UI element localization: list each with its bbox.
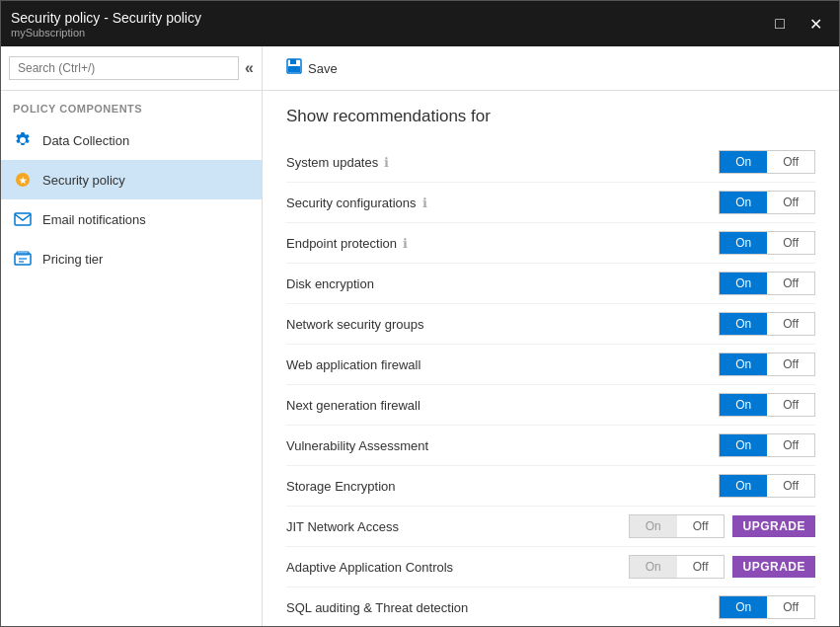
- rec-label-sql-auditing-threat-detection: SQL auditing & Threat detection: [286, 600, 719, 615]
- sidebar-item-security-policy[interactable]: ★ Security policy: [1, 160, 262, 199]
- toggle-on-sql-auditing-threat-detection[interactable]: On: [720, 596, 767, 618]
- gear-icon: [13, 130, 33, 150]
- toggle-group-web-application-firewall: OnOff: [719, 353, 815, 376]
- toggle-group-vulnerability-assessment: OnOff: [719, 433, 815, 457]
- content-area: Show recommendations for System updatesℹ…: [263, 91, 839, 626]
- upgrade-button-jit-network-access[interactable]: UPGRADE: [732, 515, 815, 537]
- recommendation-row-disk-encryption: Disk encryptionOnOff: [286, 264, 815, 304]
- toggle-off-vulnerability-assessment[interactable]: Off: [767, 434, 814, 456]
- toggle-off-jit-network-access[interactable]: Off: [677, 515, 725, 537]
- rec-label-adaptive-application-controls: Adaptive Application Controls: [286, 560, 629, 575]
- section-title: Show recommendations for: [286, 107, 815, 126]
- recommendation-row-storage-encryption: Storage EncryptionOnOff: [286, 466, 815, 507]
- pricing-icon: [13, 249, 33, 269]
- toggle-group-next-generation-firewall: OnOff: [719, 393, 815, 417]
- toggle-off-storage-encryption[interactable]: Off: [767, 475, 814, 497]
- toggle-on-disk-encryption[interactable]: On: [720, 273, 767, 294]
- svg-text:★: ★: [19, 176, 28, 186]
- recommendation-row-endpoint-protection: Endpoint protectionℹOnOff: [286, 223, 815, 264]
- rec-label-endpoint-protection: Endpoint protectionℹ: [286, 236, 719, 251]
- sidebar-item-label-security-policy: Security policy: [42, 173, 125, 188]
- title-bar-controls: □ ✕: [766, 10, 829, 38]
- rec-label-network-security-groups: Network security groups: [286, 317, 719, 332]
- title-bar: Security policy - Security policy mySubs…: [1, 1, 839, 46]
- recommendation-row-web-application-firewall: Web application firewallOnOff: [286, 345, 815, 385]
- toggle-off-security-configurations[interactable]: Off: [767, 192, 814, 213]
- sidebar: « POLICY COMPONENTS Data Collection ★: [1, 46, 263, 626]
- title-bar-left: Security policy - Security policy mySubs…: [11, 10, 201, 39]
- toggle-on-system-updates[interactable]: On: [720, 151, 767, 173]
- sidebar-item-label-data-collection: Data Collection: [42, 133, 129, 148]
- recommendation-row-vulnerability-assessment: Vulnerability AssessmentOnOff: [286, 426, 815, 466]
- close-button[interactable]: ✕: [802, 10, 829, 38]
- toggle-group-adaptive-application-controls: OnOff: [629, 555, 725, 579]
- save-button[interactable]: Save: [278, 54, 345, 82]
- recommendations-list: System updatesℹOnOffSecurity configurati…: [286, 142, 815, 626]
- toggle-off-web-application-firewall[interactable]: Off: [767, 353, 814, 375]
- info-icon-endpoint-protection[interactable]: ℹ: [403, 236, 408, 251]
- svg-rect-8: [290, 59, 296, 64]
- recommendation-row-security-configurations: Security configurationsℹOnOff: [286, 183, 815, 223]
- search-input[interactable]: [9, 56, 239, 80]
- toggle-off-system-updates[interactable]: Off: [767, 151, 814, 173]
- rec-label-vulnerability-assessment: Vulnerability Assessment: [286, 438, 719, 453]
- save-label: Save: [308, 61, 338, 76]
- toolbar: Save: [263, 46, 839, 91]
- sidebar-item-label-email-notifications: Email notifications: [42, 212, 146, 227]
- window: Security policy - Security policy mySubs…: [0, 0, 840, 627]
- main-content: « POLICY COMPONENTS Data Collection ★: [1, 46, 839, 626]
- toggle-group-storage-encryption: OnOff: [719, 474, 815, 498]
- upgrade-button-adaptive-application-controls[interactable]: UPGRADE: [732, 556, 815, 578]
- save-icon: [286, 58, 302, 78]
- toggle-group-endpoint-protection: OnOff: [719, 231, 815, 255]
- rec-label-storage-encryption: Storage Encryption: [286, 479, 719, 494]
- toggle-on-network-security-groups[interactable]: On: [720, 313, 767, 335]
- toggle-on-next-generation-firewall[interactable]: On: [720, 394, 767, 416]
- toggle-on-endpoint-protection[interactable]: On: [720, 232, 767, 254]
- rec-label-disk-encryption: Disk encryption: [286, 276, 719, 291]
- toggle-on-adaptive-application-controls[interactable]: On: [630, 556, 677, 578]
- email-icon: [13, 209, 33, 229]
- minimize-button[interactable]: □: [766, 10, 794, 38]
- window-title: Security policy - Security policy: [11, 10, 201, 26]
- svg-rect-2: [15, 213, 31, 225]
- sidebar-item-label-pricing-tier: Pricing tier: [42, 252, 103, 267]
- recommendation-row-next-generation-firewall: Next generation firewallOnOff: [286, 385, 815, 426]
- sidebar-item-data-collection[interactable]: Data Collection: [1, 120, 262, 160]
- toggle-off-next-generation-firewall[interactable]: Off: [767, 394, 814, 416]
- recommendation-row-jit-network-access: JIT Network AccessOnOffUPGRADE: [286, 507, 815, 547]
- toggle-off-network-security-groups[interactable]: Off: [767, 313, 814, 335]
- window-subtitle: mySubscription: [11, 27, 201, 39]
- toggle-on-storage-encryption[interactable]: On: [720, 475, 767, 497]
- policy-components-label: POLICY COMPONENTS: [1, 91, 262, 120]
- rec-label-security-configurations: Security configurationsℹ: [286, 196, 719, 210]
- recommendation-row-network-security-groups: Network security groupsOnOff: [286, 304, 815, 345]
- rec-label-system-updates: System updatesℹ: [286, 155, 719, 170]
- recommendation-row-system-updates: System updatesℹOnOff: [286, 142, 815, 183]
- sidebar-item-email-notifications[interactable]: Email notifications: [1, 199, 262, 239]
- sidebar-collapse-button[interactable]: «: [245, 59, 254, 77]
- toggle-group-system-updates: OnOff: [719, 150, 815, 174]
- sidebar-item-pricing-tier[interactable]: Pricing tier: [1, 239, 262, 278]
- toggle-on-web-application-firewall[interactable]: On: [720, 353, 767, 375]
- toggle-on-security-configurations[interactable]: On: [720, 192, 767, 213]
- toggle-group-disk-encryption: OnOff: [719, 272, 815, 295]
- toggle-group-network-security-groups: OnOff: [719, 312, 815, 336]
- toggle-off-adaptive-application-controls[interactable]: Off: [677, 556, 725, 578]
- toggle-group-sql-auditing-threat-detection: OnOff: [719, 595, 815, 619]
- rec-label-web-application-firewall: Web application firewall: [286, 357, 719, 372]
- toggle-group-security-configurations: OnOff: [719, 191, 815, 214]
- toggle-on-vulnerability-assessment[interactable]: On: [720, 434, 767, 456]
- shield-icon: ★: [13, 170, 33, 190]
- info-icon-system-updates[interactable]: ℹ: [384, 155, 389, 170]
- search-bar: «: [1, 46, 262, 91]
- toggle-on-jit-network-access[interactable]: On: [630, 515, 677, 537]
- svg-rect-9: [288, 66, 300, 72]
- info-icon-security-configurations[interactable]: ℹ: [422, 196, 427, 210]
- recommendation-row-sql-auditing-threat-detection: SQL auditing & Threat detectionOnOff: [286, 588, 815, 626]
- toggle-off-endpoint-protection[interactable]: Off: [767, 232, 814, 254]
- toggle-off-sql-auditing-threat-detection[interactable]: Off: [767, 596, 814, 618]
- rec-label-jit-network-access: JIT Network Access: [286, 519, 629, 534]
- toggle-off-disk-encryption[interactable]: Off: [767, 273, 814, 294]
- recommendation-row-adaptive-application-controls: Adaptive Application ControlsOnOffUPGRAD…: [286, 547, 815, 588]
